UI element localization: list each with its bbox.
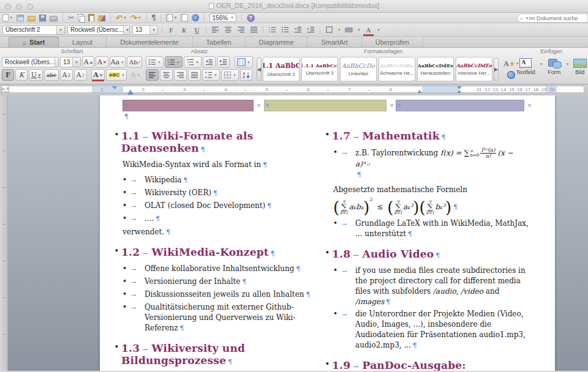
style-card-herausstellen[interactable]: AaBbCcDdEeHerausstellen bbox=[417, 57, 454, 81]
underline-button[interactable]: U bbox=[192, 25, 202, 35]
style-card-ueberschrift-3[interactable]: 1.1.1 AaBbCcIÜberschrift 3 bbox=[301, 57, 338, 81]
print-button[interactable] bbox=[50, 13, 58, 22]
line-spacing-button[interactable]: ▼ bbox=[202, 69, 220, 81]
ribbon-align-left-button[interactable] bbox=[146, 69, 159, 81]
list-item[interactable]: •→....¶ bbox=[123, 214, 316, 225]
styles-scroll-right-button[interactable]: ▶ bbox=[494, 58, 499, 81]
table-borders-button[interactable]: ▼ bbox=[221, 69, 239, 81]
right-indent-marker-col1[interactable] bbox=[417, 90, 422, 93]
list-item[interactable]: •→Qualtitätsicherung mit externer Github… bbox=[123, 302, 316, 333]
ribbon-italic-button[interactable]: K bbox=[15, 69, 28, 81]
ribbon-increase-indent-button[interactable] bbox=[217, 56, 230, 68]
justify-button[interactable] bbox=[249, 25, 259, 35]
insert-textbox-button[interactable]: ATextfeld bbox=[514, 58, 538, 76]
change-case-button[interactable]: Aa▼ bbox=[110, 56, 126, 68]
paragraph-display-formula-label[interactable]: Abgesetzte mathematische Formeln bbox=[333, 185, 530, 195]
list-item[interactable]: •→Versionierung der Inhalte¶ bbox=[123, 277, 316, 288]
decrease-indent-button[interactable] bbox=[293, 25, 303, 35]
first-line-indent-marker[interactable] bbox=[112, 86, 117, 89]
style-card-intensive-hervorhebung[interactable]: AaBbCcDdEeIntensive Her... bbox=[456, 57, 492, 81]
ribbon-font-color-button[interactable]: A▼ bbox=[91, 69, 105, 81]
ribbon-align-center-button[interactable] bbox=[160, 69, 173, 81]
ribbon-highlight-button[interactable]: ABC▼ bbox=[106, 69, 127, 81]
insert-shape-button[interactable]: Form bbox=[545, 58, 564, 76]
font-color-button[interactable]: A bbox=[363, 25, 374, 35]
bold-button[interactable]: F bbox=[166, 25, 176, 35]
ribbon-decrease-indent-button[interactable] bbox=[203, 56, 216, 68]
increase-indent-button[interactable] bbox=[306, 25, 316, 35]
help-button[interactable]: ? bbox=[247, 13, 255, 22]
document-page[interactable]: ¤ ¤ ¤ ¤ ¤ ¤ ¶ ▪1.1→Wiki-Formate als Date… bbox=[100, 95, 555, 371]
ribbon-align-right-button[interactable] bbox=[174, 69, 187, 81]
subscript-button[interactable]: A2 bbox=[74, 69, 87, 81]
undo-button[interactable]: ↶▼ bbox=[116, 13, 127, 22]
paste-button[interactable] bbox=[88, 13, 94, 22]
superscript-button[interactable]: A2 bbox=[60, 69, 73, 81]
redo-button[interactable]: ↷▼ bbox=[130, 13, 141, 22]
color-bar-olive[interactable]: ¤ ¤ bbox=[264, 100, 386, 111]
tab-diagramme[interactable]: Diagramme bbox=[246, 37, 308, 47]
vertical-ruler[interactable] bbox=[0, 95, 8, 371]
strikethrough-button[interactable]: abc bbox=[44, 69, 59, 81]
font-dropdown[interactable]: Rockwell (Übersc...▼ bbox=[67, 25, 130, 35]
shading-chevron-icon[interactable]: ▼ bbox=[357, 28, 361, 32]
ribbon-font-dropdown[interactable]: Rockwell (Übers...▼ bbox=[2, 57, 59, 67]
tab-layout[interactable]: Layout bbox=[59, 37, 107, 47]
list-item[interactable]: •→OLAT (closed Doc Development)¶ bbox=[123, 201, 316, 212]
heading-1-2[interactable]: ▪1.2→WikiMedia-Konzept¶ bbox=[121, 246, 316, 258]
save-button[interactable] bbox=[39, 13, 46, 22]
ribbon-bullet-list-button[interactable]: ▼ bbox=[146, 56, 164, 68]
list-item-taylor[interactable]: •→ z.B. Taylorentwickung f(x) = ∑∞n=0f⁽ⁿ… bbox=[333, 147, 530, 180]
text-effects-glow-button[interactable]: A▼ bbox=[128, 69, 142, 81]
paragraph[interactable]: verwendet.¶ bbox=[123, 227, 316, 237]
heading-1-3[interactable]: ▪1.3→Wikiversity und Bildungsprozesse¶ bbox=[121, 342, 316, 366]
numbered-list-button[interactable] bbox=[267, 25, 277, 35]
clear-formatting-button[interactable]: Ab bbox=[127, 56, 142, 68]
font-size-dropdown[interactable]: 13▼ bbox=[132, 25, 158, 35]
ribbon-numbered-list-button[interactable]: ▼ bbox=[165, 56, 183, 68]
search-input[interactable] bbox=[529, 15, 578, 21]
borders-button[interactable] bbox=[324, 25, 334, 35]
paragraph[interactable]: WikiMedia-Syntax wird als Format in¶ bbox=[123, 160, 316, 170]
cauchy-schwarz-formula[interactable]: (n∑k=1aₖbₖ)2 ≤ (n∑k=1aₖ²)(n∑k=1bₖ²)¶ bbox=[333, 196, 530, 215]
align-right-button[interactable] bbox=[236, 25, 246, 35]
open-button[interactable] bbox=[28, 13, 36, 22]
ribbon-font-size-dropdown[interactable]: 13▼ bbox=[60, 57, 81, 67]
copy-button[interactable] bbox=[78, 13, 85, 22]
list-item[interactable]: •→Grundlage LaTeX with in WikiMedia, Mat… bbox=[333, 218, 530, 239]
tab-ueberpruefen[interactable]: Überprüfen bbox=[362, 37, 423, 47]
heading-1-7[interactable]: ▪1.7→Mathemtatik¶ bbox=[332, 130, 530, 142]
heading-1-1[interactable]: ▪1.1→Wiki-Formate als Datensenken¶ bbox=[121, 130, 316, 154]
align-left-button[interactable] bbox=[210, 25, 221, 35]
tab-start[interactable]: ⌂Start bbox=[9, 37, 59, 47]
first-line-indent-marker-col2[interactable] bbox=[457, 86, 462, 89]
shrink-font-button[interactable]: A bbox=[96, 56, 108, 68]
gallery-button[interactable] bbox=[17, 13, 24, 22]
multilevel-list-button[interactable]: ▼ bbox=[184, 56, 202, 68]
font-color-chevron-icon[interactable]: ▼ bbox=[377, 28, 380, 32]
style-dropdown[interactable]: Überschrift 2▼ bbox=[2, 25, 65, 35]
list-item[interactable]: •→Wikiversity (OER)¶ bbox=[123, 188, 316, 199]
media-browser-button[interactable]: ♪ bbox=[192, 13, 199, 22]
insert-picture-button[interactable]: Bild bbox=[571, 58, 588, 76]
columns-button[interactable]: ▼ bbox=[235, 56, 253, 68]
ribbon-justify-button[interactable] bbox=[188, 69, 201, 81]
ribbon-underline-button[interactable]: U▼ bbox=[29, 69, 43, 81]
format-painter-button[interactable] bbox=[98, 13, 105, 22]
view-layout-button[interactable]: ▼ bbox=[166, 13, 177, 22]
align-center-button[interactable] bbox=[223, 25, 233, 35]
tab-tabellen[interactable]: Tabellen bbox=[193, 37, 246, 47]
list-item[interactable]: •→Diskussionsseiten jeweils zu allen Inh… bbox=[123, 289, 316, 300]
styles-scroll-left-button[interactable]: ◀ bbox=[257, 58, 262, 81]
list-item[interactable]: •→die Unterordner der Projekte Medien (V… bbox=[333, 309, 530, 351]
zoom-control[interactable]: 156%▼ bbox=[209, 13, 236, 22]
show-formatting-marks-button[interactable]: ¶ bbox=[152, 13, 156, 22]
shading-button[interactable] bbox=[344, 25, 354, 35]
bullet-list-button[interactable] bbox=[280, 25, 290, 35]
style-card-ueberschrift-2[interactable]: 1.1 AaBbCÜberschrift 2 bbox=[263, 57, 300, 81]
list-item[interactable]: •→Offene kollaborative Inhaltsentwicklun… bbox=[123, 264, 316, 275]
left-indent-marker-col2[interactable] bbox=[457, 90, 462, 93]
italic-button[interactable]: K bbox=[179, 25, 189, 35]
ribbon-bold-button[interactable]: F bbox=[2, 69, 14, 81]
list-item[interactable]: •→Wikipedia¶ bbox=[123, 175, 316, 186]
